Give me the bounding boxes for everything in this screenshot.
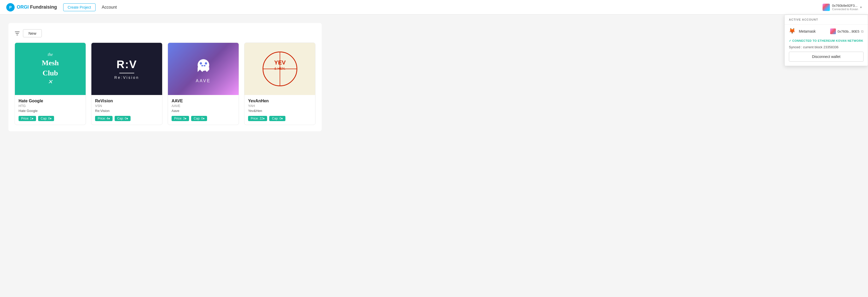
- project-badges: Price: 3♦ Cap: 0♦: [172, 116, 235, 121]
- cap-badge: Cap: 0♦: [269, 116, 285, 121]
- connected-network-label: ✓ CONNECTED TO ETHEREUM KOVAN NETWORK: [785, 38, 868, 45]
- project-card-hate-google[interactable]: the MeshClub ✕ Hate Google HTG Hate Goog…: [14, 42, 86, 125]
- yevhen-logo: YEV & HEN.: [260, 49, 300, 89]
- project-card-revision[interactable]: R:V Re:Vision ReVision VSN Re:Vision Pri…: [91, 42, 162, 125]
- project-card-yevanden[interactable]: YEV & HEN. YevAnHen YAH Yev&Hen Price: 2…: [244, 42, 315, 125]
- project-description: Aave: [172, 109, 235, 113]
- project-ticker: YAH: [248, 104, 312, 108]
- header: P ORGI Fundraising Create Project Accoun…: [0, 0, 868, 14]
- filter-icon-button[interactable]: [14, 31, 20, 36]
- project-image-hate-google: the MeshClub ✕: [15, 43, 86, 95]
- filter-icon: [14, 31, 20, 36]
- account-address-row: 0x760b...90E5 ⧉: [830, 28, 864, 34]
- cap-badge: Cap: 0♦: [115, 116, 130, 121]
- price-badge: Price: 22♦: [248, 116, 267, 121]
- svg-text:YEV: YEV: [274, 59, 285, 66]
- main-content: New the MeshClub ✕ Hate Google HTG Hate …: [0, 14, 868, 140]
- project-name: YevAnHen: [248, 99, 312, 103]
- project-name: AAVE: [172, 99, 235, 103]
- synced-block-label: Synced : current block 23358336: [785, 45, 868, 52]
- logo-icon: P: [6, 3, 14, 11]
- project-image-revision: R:V Re:Vision: [91, 43, 162, 95]
- disconnect-wallet-button[interactable]: Disconnect wallet: [789, 52, 864, 62]
- logo-text: ORGI Fundraising: [17, 4, 57, 10]
- chevron-down-icon: ▾: [860, 5, 862, 9]
- svg-point-1: [199, 62, 202, 64]
- copy-icon[interactable]: ⧉: [861, 29, 864, 34]
- new-button[interactable]: New: [23, 29, 42, 37]
- wallet-dropdown-trigger[interactable]: 0x760b9e92F3... Connected to Kovan ▾: [823, 4, 862, 11]
- addr-avatar: [830, 28, 836, 34]
- svg-text:& HEN.: & HEN.: [274, 67, 285, 70]
- price-badge: Price: 1♦: [19, 116, 36, 121]
- toolbar: New: [14, 29, 315, 37]
- dropdown-section-label: ACTIVE ACCOUNT: [785, 15, 868, 25]
- project-description: Yev&Hen: [248, 109, 312, 113]
- dropdown-account-row: 🦊 Metamask 0x760b...90E5 ⧉: [785, 25, 868, 38]
- svg-point-3: [202, 65, 203, 66]
- project-image-aave: AAVE: [168, 43, 239, 95]
- project-name: ReVision: [95, 99, 158, 103]
- cap-badge: Cap: 0♦: [38, 116, 54, 121]
- projects-container: New the MeshClub ✕ Hate Google HTG Hate …: [8, 23, 322, 131]
- addr-text: 0x760b...90E5: [837, 30, 859, 33]
- create-project-button[interactable]: Create Project: [63, 3, 95, 11]
- project-card-aave[interactable]: AAVE AAVE AAVE Aave Price: 3♦ Cap: 0♦: [168, 42, 239, 125]
- nav-account[interactable]: Account: [102, 5, 117, 10]
- project-name: Hate Google: [19, 99, 82, 103]
- project-image-yevanden: YEV & HEN.: [244, 43, 315, 95]
- project-ticker: AAVE: [172, 104, 235, 108]
- project-badges: Price: 4♦ Cap: 0♦: [95, 116, 158, 121]
- project-description: Hate Google: [19, 109, 82, 113]
- wallet-dropdown: ACTIVE ACCOUNT 🦊 Metamask 0x760b...90E5 …: [784, 14, 868, 66]
- project-ticker: VSN: [95, 104, 158, 108]
- svg-point-4: [204, 65, 205, 66]
- price-badge: Price: 4♦: [95, 116, 113, 121]
- ghost-icon: [193, 55, 214, 75]
- logo: P ORGI Fundraising: [6, 3, 57, 11]
- metamask-icon: 🦊: [789, 28, 796, 35]
- wallet-address: 0x760b9e92F3...: [832, 4, 858, 7]
- project-badges: Price: 1♦ Cap: 0♦: [19, 116, 82, 121]
- metamask-label: Metamask: [799, 29, 828, 33]
- price-badge: Price: 3♦: [172, 116, 189, 121]
- project-badges: Price: 22♦ Cap: 0♦: [248, 116, 312, 121]
- project-grid: the MeshClub ✕ Hate Google HTG Hate Goog…: [14, 42, 315, 125]
- cap-badge: Cap: 0♦: [191, 116, 207, 121]
- wallet-network: Connected to Kovan: [832, 7, 858, 11]
- svg-point-2: [205, 62, 207, 64]
- project-ticker: HTG: [19, 104, 82, 108]
- wallet-avatar: [823, 4, 830, 11]
- project-description: Re:Vision: [95, 109, 158, 113]
